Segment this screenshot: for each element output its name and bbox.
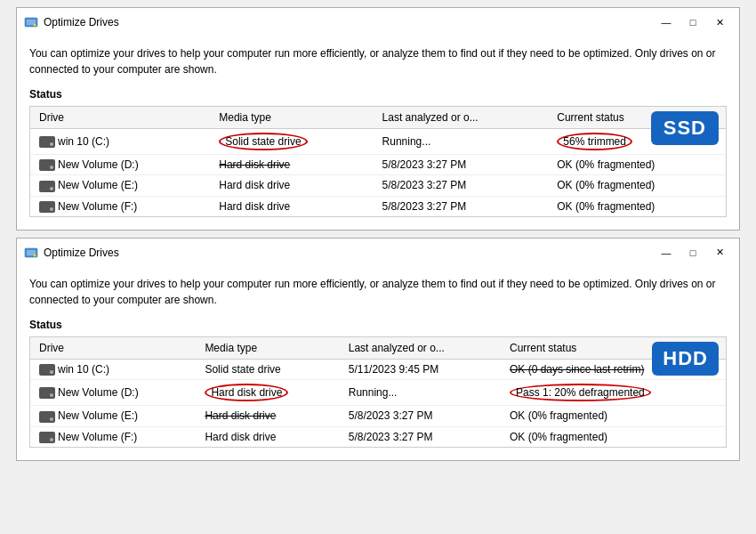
table-row: New Volume (E:) Hard disk drive 5/8/2023… — [30, 175, 726, 196]
media-cell: Solid state drive — [196, 359, 339, 379]
analyzed-cell: 5/8/2023 3:27 PM — [374, 155, 549, 175]
status-cell: OK (0% fragmented) — [501, 406, 726, 426]
table-row: win 10 (C:) Solid state drive 5/11/2023 … — [30, 359, 726, 379]
table-row: New Volume (D:) Hard disk drive 5/8/2023… — [30, 155, 726, 175]
hdd-icon — [39, 181, 55, 192]
drive-cell: win 10 (C:) — [30, 129, 210, 155]
table-row: win 10 (C:) Solid state drive Running...… — [30, 129, 726, 155]
window-2: Optimize Drives — □ ✕ You can optimize y… — [9, 238, 747, 461]
hdd-icon — [39, 159, 55, 171]
col-drive-2: Drive — [30, 337, 196, 360]
col-drive-1: Drive — [30, 107, 210, 129]
maximize-button-1[interactable]: □ — [680, 13, 705, 31]
hdd-icon — [39, 411, 55, 423]
media-cell: Hard disk drive — [196, 426, 339, 447]
status-cell: OK (0% fragmented) — [548, 175, 726, 196]
drive-cell: win 10 (C:) — [30, 359, 196, 379]
drive-cell: New Volume (D:) — [30, 155, 210, 175]
analyzed-cell: 5/8/2023 3:27 PM — [340, 406, 501, 426]
table-row: New Volume (F:) Hard disk drive 5/8/2023… — [30, 426, 726, 447]
col-media-1: Media type — [210, 107, 373, 129]
drives-table-1: Drive Media type Last analyzed or o... C… — [30, 107, 726, 216]
window-controls-1: — □ ✕ — [654, 13, 732, 31]
window-title-1: Optimize Drives — [44, 16, 648, 28]
minimize-button-2[interactable]: — — [654, 244, 679, 262]
window-body-2: You can optimize your drives to help you… — [17, 267, 739, 460]
table-header-row-1: Drive Media type Last analyzed or o... C… — [30, 107, 726, 129]
status-cell: OK (0% fragmented) — [548, 196, 726, 216]
window-1: Optimize Drives — □ ✕ You can optimize y… — [9, 7, 747, 231]
col-analyzed-1: Last analyzed or o... — [374, 107, 549, 129]
media-cell: Hard disk drive — [210, 175, 373, 196]
drives-table-container-2: HDD Drive Media type Last analyzed or o.… — [29, 336, 727, 448]
media-cell: Solid state drive — [210, 129, 373, 155]
hdd-icon — [39, 387, 55, 399]
hdd-icon — [39, 364, 55, 376]
media-cell: Hard disk drive — [210, 155, 373, 175]
title-bar-1: Optimize Drives — □ ✕ — [17, 8, 739, 36]
drive-cell: New Volume (F:) — [30, 426, 196, 447]
ssd-badge: SSD — [651, 111, 719, 145]
status-cell: Pass 1: 20% defragmented — [501, 380, 726, 406]
drive-cell: New Volume (F:) — [30, 196, 210, 216]
col-media-2: Media type — [196, 337, 339, 360]
app-icon-2 — [24, 246, 38, 260]
drives-table-2: Drive Media type Last analyzed or o... C… — [30, 337, 726, 447]
maximize-button-2[interactable]: □ — [680, 244, 705, 262]
analyzed-cell: 5/8/2023 3:27 PM — [340, 426, 501, 447]
close-button-1[interactable]: ✕ — [707, 13, 732, 31]
status-cell: OK (0% fragmented) — [501, 426, 726, 447]
optimize-drives-window-1: Optimize Drives — □ ✕ You can optimize y… — [16, 7, 740, 231]
media-cell: Hard disk drive — [196, 380, 339, 406]
drive-cell: New Volume (E:) — [30, 175, 210, 196]
description-1: You can optimize your drives to help you… — [29, 45, 727, 77]
analyzed-cell: 5/8/2023 3:27 PM — [374, 196, 549, 216]
section-label-1: Status — [29, 88, 727, 101]
media-cell: Hard disk drive — [210, 196, 373, 216]
optimize-drives-window-2: Optimize Drives — □ ✕ You can optimize y… — [16, 238, 740, 461]
minimize-button-1[interactable]: — — [654, 13, 679, 31]
svg-point-2 — [34, 24, 36, 27]
table-row: New Volume (D:) Hard disk drive Running.… — [30, 380, 726, 406]
title-bar-2: Optimize Drives — □ ✕ — [17, 239, 739, 267]
table-row: New Volume (E:) Hard disk drive 5/8/2023… — [30, 406, 726, 426]
hdd-icon — [39, 201, 55, 213]
close-button-2[interactable]: ✕ — [707, 244, 732, 262]
table-row: New Volume (F:) Hard disk drive 5/8/2023… — [30, 196, 726, 216]
status-cell: OK (0% fragmented) — [548, 155, 726, 175]
window-body-1: You can optimize your drives to help you… — [17, 36, 739, 230]
media-cell: Hard disk drive — [196, 406, 339, 426]
hdd-icon — [39, 136, 55, 148]
section-label-2: Status — [29, 319, 727, 331]
analyzed-cell: Running... — [374, 129, 549, 155]
analyzed-cell: Running... — [340, 380, 501, 406]
drive-cell: New Volume (D:) — [30, 380, 196, 406]
analyzed-cell: 5/11/2023 9:45 PM — [340, 359, 501, 379]
table-header-row-2: Drive Media type Last analyzed or o... C… — [30, 337, 726, 360]
window-title-2: Optimize Drives — [44, 247, 648, 259]
svg-point-5 — [34, 254, 36, 256]
window-controls-2: — □ ✕ — [654, 244, 732, 262]
col-analyzed-2: Last analyzed or o... — [340, 337, 501, 360]
hdd-icon — [39, 432, 55, 443]
hdd-badge: HDD — [652, 342, 719, 376]
app-icon-1 — [24, 15, 38, 29]
analyzed-cell: 5/8/2023 3:27 PM — [374, 175, 549, 196]
drives-table-container-1: SSD Drive Media type Last analyzed or o.… — [29, 106, 727, 217]
drive-cell: New Volume (E:) — [30, 406, 196, 426]
description-2: You can optimize your drives to help you… — [29, 276, 727, 308]
